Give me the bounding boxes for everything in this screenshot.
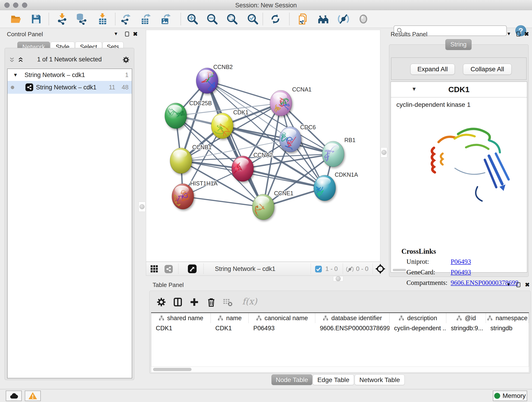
memory-button[interactable]: Memory [493,390,527,401]
collapse-caret-icon[interactable]: ▼ [13,69,18,81]
string-home-button[interactable] [317,12,330,26]
gear-icon [156,297,167,307]
export-network-button[interactable] [119,12,133,26]
node-label: CDC6 [300,124,316,130]
column-header-namespace[interactable]: namespace [486,313,529,323]
zoom-in-button[interactable] [186,12,199,26]
import-network-button[interactable] [56,12,69,26]
table-settings-button[interactable] [155,296,167,308]
table-hscrollbar[interactable] [151,366,529,372]
network-node-cdkn1a[interactable] [314,175,336,201]
left-splitter-grip[interactable] [139,202,146,212]
results-panel-maximize-button[interactable] [516,32,520,36]
network-edge[interactable] [183,196,263,207]
results-panel-float-button[interactable]: ▼ [507,31,511,36]
results-hscrollbar-thumb[interactable] [393,269,406,271]
table-cell[interactable]: 9606.ENSP00000378699 [315,323,389,333]
function-builder-button[interactable]: f(x) [242,296,257,306]
network-edge[interactable] [243,169,325,188]
selected-checkbox-icon[interactable] [315,265,322,273]
crosslink-row: GeneCard:P06493 [391,268,527,279]
column-header-shared-name[interactable]: shared name [151,313,211,323]
share-view-icon[interactable] [165,265,173,273]
tab-string[interactable]: String [445,39,472,50]
import-table-button[interactable] [96,12,109,26]
table-row[interactable]: CDK1CDK1P064939606.ENSP00000378699cyclin… [151,323,529,333]
network-node-cdc25b[interactable] [165,103,187,128]
network-view-canvas[interactable]: CCNB2CCNA1CDC25BCDK1CDC6RB1CCNB1CCNA2CDK… [146,30,380,262]
refresh-button[interactable] [269,12,282,26]
column-header-canonical-name[interactable]: canonical name [249,313,315,323]
column-header-database-identifier[interactable]: database identifier [315,313,389,323]
control-panel-float-button[interactable]: ▼ [114,31,118,36]
show-glass-button[interactable] [357,12,370,26]
import-database-button[interactable] [75,12,88,26]
export-table-button[interactable] [139,12,152,26]
crosslink-link[interactable]: P06493 [451,268,471,276]
table-hscrollbar-thumb[interactable] [153,368,191,371]
results-panel: Results Panel ▼ ✖ String Expand All Coll… [387,29,530,277]
tab-network-table[interactable]: Network Table [355,375,405,385]
create-column-button[interactable] [188,296,201,308]
table-cell[interactable]: stringdb [486,323,529,333]
import-network-icon [56,13,68,25]
table-cell[interactable]: stringdb:9... [446,323,486,333]
network-node-ccna2[interactable] [232,156,254,182]
column-header-description[interactable]: description [389,313,446,323]
table-panel-maximize-button[interactable] [516,282,520,287]
status-separator [311,263,311,274]
tab-edge-table[interactable]: Edge Table [313,375,354,385]
network-node-hist1h1a[interactable] [172,184,194,209]
show-columns-button[interactable] [172,296,184,308]
network-node-cdc6[interactable] [279,127,301,152]
network-edge[interactable] [207,81,281,103]
birdseye-view-icon[interactable] [188,264,196,273]
network-node-cdk1[interactable] [211,113,233,139]
network-node-ccna1[interactable] [270,90,292,116]
network-node-ccnb2[interactable] [196,68,218,94]
cloud-button[interactable] [6,390,22,401]
node-label: CCNB1 [192,144,212,150]
results-panel-close-button[interactable]: ✖ [524,31,529,37]
collapse-all-button[interactable]: Collapse All [463,64,512,75]
table-cell[interactable]: P06493 [249,323,315,333]
open-session-button[interactable] [9,12,23,26]
table-panel-float-button[interactable]: ▼ [506,282,511,287]
delete-columns-button[interactable] [205,296,217,308]
node-label: CCNA1 [292,86,312,93]
hide-glass-button[interactable] [337,12,350,26]
right-splitter-grip[interactable] [381,147,387,157]
network-node-rb1[interactable] [322,141,344,167]
table-cell[interactable]: cyclin-dependent ... [389,323,446,333]
column-header--id[interactable]: @id [446,313,486,323]
network-edge[interactable] [207,81,263,207]
expand-all-button[interactable]: Expand All [410,64,455,75]
warnings-button[interactable] [25,390,41,401]
table-cell[interactable]: CDK1 [151,323,211,333]
delete-table-button[interactable] [222,296,234,308]
grid-view-icon[interactable] [150,265,158,273]
hidden-eye-slash-icon[interactable] [346,265,354,273]
network-row-selected[interactable]: String Network – cdk1 11 48 [7,81,132,94]
crosslink-link[interactable]: P06493 [451,258,471,265]
attribute-icon [217,315,223,321]
pan-crosshair-icon[interactable] [375,264,385,274]
table-panel-close-button[interactable]: ✖ [525,281,530,288]
protein-card-header[interactable]: ▼ CDK1 [391,82,527,97]
clipboard-network-button[interactable] [297,12,310,26]
table-cell[interactable]: CDK1 [211,323,249,333]
zoom-out-button[interactable] [206,12,219,26]
network-node-ccne1[interactable] [252,194,274,220]
zoom-selected-button[interactable] [246,12,259,26]
control-panel-maximize-button[interactable] [125,32,129,36]
results-buttons-box: Expand All Collapse All [391,57,526,80]
network-node-ccnb1[interactable] [170,148,192,173]
network-collection-row[interactable]: ▼ String Network – cdk1 1 [7,69,132,81]
control-panel-close-button[interactable]: ✖ [133,31,138,37]
tab-node-table[interactable]: Node Table [272,375,312,385]
gear-icon[interactable] [122,56,130,64]
save-session-button[interactable] [30,12,43,26]
zoom-fit-button[interactable] [225,12,239,26]
column-header-name[interactable]: name [211,313,249,323]
export-image-button[interactable] [159,12,172,26]
